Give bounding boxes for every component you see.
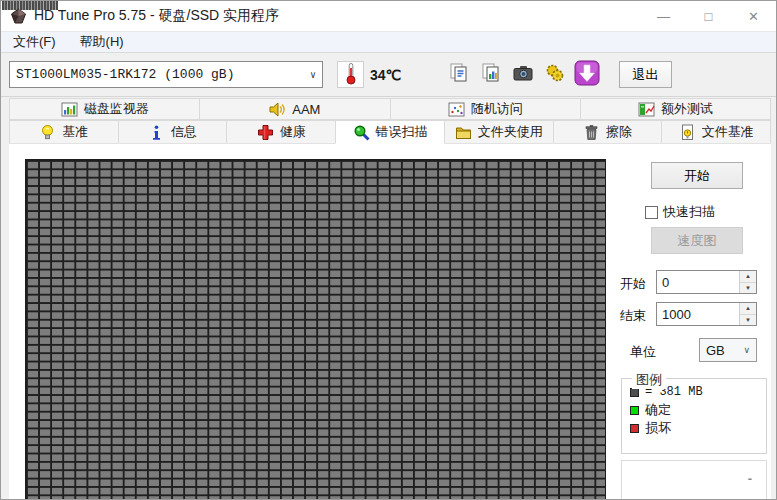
- menu-bar: 文件(F) 帮助(H): [1, 31, 777, 53]
- window-controls: — □ ✕: [641, 1, 776, 31]
- chevron-down-icon: ∨: [743, 345, 750, 355]
- thermometer-icon: [345, 62, 357, 88]
- damaged-swatch: [630, 424, 639, 433]
- random-access-icon: [448, 101, 465, 118]
- copy-image-icon: [480, 62, 502, 87]
- tab-aam[interactable]: AAM: [199, 98, 390, 120]
- menu-help[interactable]: 帮助(H): [68, 32, 136, 52]
- app-icon: [10, 8, 27, 25]
- bulb-icon: [39, 124, 56, 141]
- magnifier-icon: [353, 124, 370, 141]
- tab-label: 随机访问: [471, 100, 523, 118]
- legend-damaged-label: 损坏: [645, 419, 671, 437]
- spinner-up-icon[interactable]: ▲: [740, 271, 756, 283]
- quick-scan-checkbox[interactable]: [645, 206, 658, 219]
- tab-error-scan[interactable]: 错误扫描: [335, 120, 445, 144]
- tab-label: 额外测试: [661, 100, 713, 118]
- capture-arrow-icon: [574, 60, 600, 89]
- tab-label: 基准: [62, 123, 88, 141]
- health-cross-icon: [257, 124, 274, 141]
- spinner-down-icon[interactable]: ▼: [740, 283, 756, 294]
- tab-file-benchmark[interactable]: 文件基准: [661, 120, 771, 144]
- tab-info[interactable]: 信息: [118, 120, 228, 144]
- window-title: HD Tune Pro 5.75 - 硬盘/SSD 实用程序: [34, 7, 279, 25]
- coins-icon: [544, 62, 566, 87]
- ok-swatch: [630, 406, 639, 415]
- tab-benchmark[interactable]: 基准: [9, 120, 119, 144]
- spinner-down-icon[interactable]: ▼: [740, 315, 756, 326]
- spinner-up-icon[interactable]: ▲: [740, 303, 756, 315]
- speed-map-button[interactable]: 速度图: [651, 227, 743, 254]
- error-scan-page: 开始 快速扫描 速度图 开始 0 ▲ ▼ 结束 1000 ▲ ▼: [9, 143, 771, 500]
- tab-folder-usage[interactable]: 文件夹使用: [444, 120, 554, 144]
- tab-label: AAM: [292, 102, 320, 117]
- minimize-button[interactable]: —: [641, 1, 686, 31]
- start-scan-button[interactable]: 开始: [651, 162, 743, 189]
- tab-health[interactable]: 健康: [226, 120, 336, 144]
- legend-ok-label: 确定: [645, 401, 671, 419]
- stats-placeholder: -: [748, 471, 752, 486]
- tab-label: 信息: [171, 123, 197, 141]
- temperature-button[interactable]: [337, 61, 364, 88]
- toolbar-icon-buttons: [444, 61, 602, 88]
- copy-text-button[interactable]: [444, 61, 474, 88]
- hd-tune-window: HD Tune Pro 5.75 - 硬盘/SSD 实用程序 — □ ✕ 文件(…: [0, 0, 777, 500]
- tab-row-top: 磁盘监视器 AAM 随机访问: [9, 98, 771, 120]
- tab-label: 文件夹使用: [478, 123, 543, 141]
- close-button[interactable]: ✕: [731, 1, 776, 31]
- disk-monitor-icon: [61, 101, 78, 118]
- maximize-button[interactable]: □: [686, 1, 731, 31]
- unit-dropdown-value: GB: [706, 343, 725, 358]
- screenshot-button[interactable]: [508, 61, 538, 88]
- quick-scan-label: 快速扫描: [663, 203, 715, 221]
- copy-text-icon: [448, 62, 470, 87]
- end-position-spinner[interactable]: 1000 ▲ ▼: [656, 302, 757, 326]
- corner-watermark: [2, 1, 58, 10]
- folder-icon: [455, 124, 472, 141]
- coins-button[interactable]: [540, 61, 570, 88]
- spinner-buttons: ▲ ▼: [739, 271, 756, 293]
- tab-disk-monitor[interactable]: 磁盘监视器: [9, 98, 200, 120]
- quick-scan-row: 快速扫描: [645, 203, 715, 221]
- capture-button[interactable]: [572, 61, 602, 88]
- tab-label: 健康: [280, 123, 306, 141]
- exit-button[interactable]: 退出: [619, 61, 672, 88]
- tab-label: 文件基准: [702, 123, 754, 141]
- error-scan-side-panel: 开始 快速扫描 速度图 开始 0 ▲ ▼ 结束 1000 ▲ ▼: [616, 144, 771, 500]
- legend-title: 图例: [632, 371, 666, 389]
- tab-label: 错误扫描: [376, 123, 428, 141]
- trash-icon: [583, 124, 600, 141]
- tab-random-access[interactable]: 随机访问: [390, 98, 581, 120]
- chevron-down-icon: ∨: [310, 69, 316, 81]
- menu-file[interactable]: 文件(F): [1, 32, 68, 52]
- tab-label: 擦除: [606, 123, 632, 141]
- tab-row-bottom: 基准 信息 健康: [9, 120, 771, 144]
- extra-tests-icon: [638, 101, 655, 118]
- legend-groupbox: 图例 = 381 MB 确定 损坏: [621, 378, 767, 454]
- end-position-label: 结束: [620, 307, 646, 325]
- drive-selector[interactable]: ST1000LM035-1RK172 (1000 gB) ∨: [9, 61, 323, 88]
- toolbar: ST1000LM035-1RK172 (1000 gB) ∨ 34℃: [1, 53, 777, 97]
- scan-block-grid: [25, 159, 606, 500]
- start-position-spinner[interactable]: 0 ▲ ▼: [656, 270, 757, 294]
- legend-ok-row: 确定: [630, 401, 758, 419]
- tab-erase[interactable]: 擦除: [553, 120, 663, 144]
- tab-label: 磁盘监视器: [84, 100, 149, 118]
- unit-dropdown[interactable]: GB ∨: [699, 338, 757, 362]
- tab-extra-tests[interactable]: 额外测试: [580, 98, 771, 120]
- info-icon: [148, 124, 165, 141]
- legend-damaged-row: 损坏: [630, 419, 758, 437]
- camera-icon: [512, 64, 534, 85]
- spinner-buttons: ▲ ▼: [739, 303, 756, 325]
- drive-selector-value: ST1000LM035-1RK172 (1000 gB): [16, 67, 234, 82]
- start-position-value: 0: [657, 271, 739, 293]
- end-position-value: 1000: [657, 303, 739, 325]
- speaker-icon: [269, 101, 286, 118]
- stats-groupbox: -: [621, 460, 767, 500]
- temperature-value: 34℃: [370, 61, 401, 88]
- file-benchmark-icon: [679, 124, 696, 141]
- copy-image-button[interactable]: [476, 61, 506, 88]
- unit-label: 单位: [630, 343, 656, 361]
- title-bar: HD Tune Pro 5.75 - 硬盘/SSD 实用程序 — □ ✕: [1, 1, 777, 31]
- start-position-label: 开始: [620, 275, 646, 293]
